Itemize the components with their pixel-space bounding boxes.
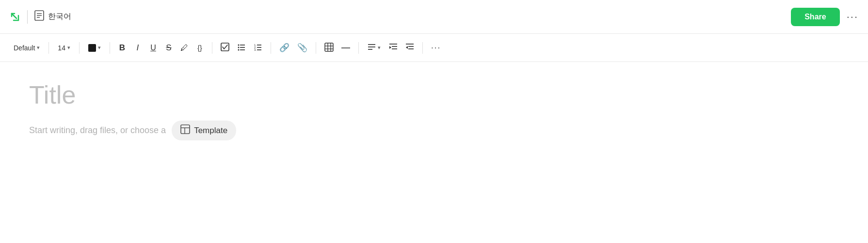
- template-button-label: Template: [194, 126, 227, 136]
- svg-rect-36: [181, 125, 190, 134]
- svg-text:3.: 3.: [254, 48, 257, 51]
- collapse-sidebar-icon[interactable]: [10, 12, 20, 22]
- attach-icon: 📎: [297, 43, 307, 53]
- divider-button[interactable]: —: [338, 40, 354, 56]
- highlight-button[interactable]: 🖊: [177, 40, 192, 56]
- outdent-button[interactable]: [402, 40, 418, 56]
- more-options-icon[interactable]: ···: [847, 11, 858, 23]
- font-style-chevron: ▾: [37, 45, 40, 51]
- svg-point-10: [238, 45, 239, 46]
- underline-button[interactable]: U: [146, 40, 161, 56]
- toolbar-more-group: ···: [428, 40, 444, 56]
- bold-button[interactable]: B: [115, 40, 129, 56]
- align-select[interactable]: ▾: [364, 40, 385, 56]
- doc-title: 한국어: [48, 12, 71, 22]
- template-button[interactable]: Template: [172, 121, 236, 140]
- font-size-chevron: ▾: [67, 45, 70, 51]
- text-format-group: B I U S 🖊 {}: [115, 40, 207, 56]
- checkbox-button[interactable]: [217, 40, 233, 56]
- sep-2: [79, 42, 80, 54]
- link-icon: 🔗: [279, 43, 289, 53]
- outdent-icon: [405, 43, 414, 53]
- font-size-label: 14: [58, 44, 65, 52]
- strikethrough-button[interactable]: S: [161, 40, 176, 56]
- document-icon: [34, 10, 44, 23]
- checkbox-icon: [221, 43, 229, 53]
- toolbar: Default ▾ 14 ▾ ▾ B I U S 🖊 {}: [0, 34, 868, 62]
- placeholder-text: Start writing, drag files, or choose a: [29, 125, 166, 136]
- numbered-list-button[interactable]: 1. 2. 3.: [250, 40, 266, 56]
- template-icon: [180, 124, 190, 137]
- sep-1: [48, 42, 49, 54]
- align-group: ▾: [364, 40, 418, 56]
- font-size-group: 14 ▾: [54, 40, 74, 56]
- sep-8: [422, 42, 423, 54]
- strikethrough-label: S: [166, 43, 171, 53]
- top-bar-divider: [27, 10, 28, 24]
- font-style-group: Default ▾: [10, 40, 44, 56]
- code-button[interactable]: {}: [193, 40, 207, 56]
- svg-point-14: [238, 49, 239, 51]
- numbered-list-icon: 1. 2. 3.: [254, 43, 262, 53]
- color-swatch: [88, 44, 96, 52]
- top-bar: 한국어 Share ···: [0, 0, 868, 34]
- table-icon: [324, 43, 334, 53]
- doc-icon-label[interactable]: 한국어: [34, 10, 71, 23]
- share-button[interactable]: Share: [791, 8, 839, 26]
- top-bar-left: 한국어: [10, 10, 71, 24]
- color-group: ▾: [84, 40, 105, 56]
- svg-rect-22: [325, 43, 333, 51]
- sep-5: [271, 42, 271, 54]
- editor-body-placeholder: Start writing, drag files, or choose a T…: [29, 121, 839, 140]
- align-icon: [368, 43, 376, 53]
- font-size-select[interactable]: 14 ▾: [54, 40, 74, 56]
- toolbar-more-icon: ···: [431, 43, 441, 53]
- bullet-list-icon: [237, 43, 246, 53]
- table-group: —: [321, 40, 354, 56]
- sep-4: [212, 42, 212, 54]
- italic-button[interactable]: I: [130, 40, 145, 56]
- code-icon: {}: [197, 44, 202, 52]
- highlight-icon: 🖊: [180, 44, 188, 52]
- svg-point-12: [238, 47, 239, 48]
- indent-icon: [389, 43, 398, 53]
- bullet-list-button[interactable]: [234, 40, 249, 56]
- sep-7: [358, 42, 359, 54]
- list-group: 1. 2. 3.: [217, 40, 266, 56]
- editor-area[interactable]: Title Start writing, drag files, or choo…: [0, 62, 868, 160]
- editor-title-placeholder[interactable]: Title: [29, 81, 839, 109]
- svg-line-0: [12, 14, 16, 18]
- link-button[interactable]: 🔗: [276, 40, 293, 56]
- top-bar-right: Share ···: [791, 8, 858, 26]
- link-group: 🔗 📎: [276, 40, 311, 56]
- divider-icon: —: [341, 43, 350, 53]
- toolbar-more-button[interactable]: ···: [428, 40, 444, 56]
- color-select[interactable]: ▾: [84, 40, 105, 56]
- font-style-select[interactable]: Default ▾: [10, 40, 44, 56]
- sep-6: [316, 42, 316, 54]
- sep-3: [110, 42, 110, 54]
- table-button[interactable]: [321, 40, 337, 56]
- color-chevron: ▾: [98, 45, 101, 51]
- attach-button[interactable]: 📎: [294, 40, 311, 56]
- indent-button[interactable]: [386, 40, 401, 56]
- align-chevron: ▾: [378, 45, 381, 51]
- font-style-label: Default: [14, 44, 35, 52]
